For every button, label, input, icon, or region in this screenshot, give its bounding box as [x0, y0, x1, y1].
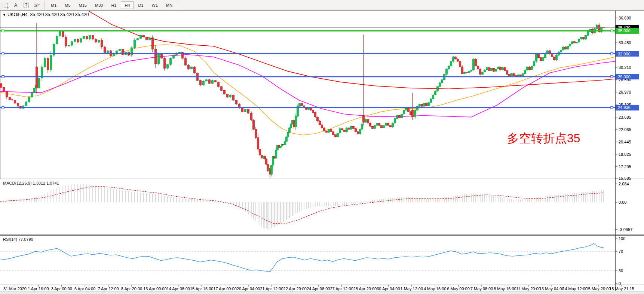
- timeframe-button-m1[interactable]: M1: [47, 1, 60, 9]
- rsi-tick-label: 70: [619, 249, 623, 254]
- line-drag-handle: [2, 106, 4, 109]
- toolbar: A T ⇲▾ M1M5M15M30H1H4D1W1MN: [0, 0, 644, 10]
- price-tick-label: 15.585: [619, 176, 631, 181]
- time-tick-label: 17 Apr 00:00: [213, 287, 236, 291]
- macd-tick-label: 2.084: [619, 182, 629, 186]
- price-tick-label: 20.445: [619, 140, 631, 144]
- rsi-indicator-label: RSI(14) 77.0790: [3, 237, 33, 242]
- timeframe-button-w1[interactable]: W1: [148, 1, 162, 9]
- price-tick-label: 33.450: [619, 40, 631, 45]
- price-tick-label: 22.065: [619, 127, 631, 132]
- line-drag-handle: [2, 76, 4, 78]
- time-tick-label: 11 May 20:00: [516, 287, 541, 291]
- symbol-quotes: 35.420 35.420 35.420 35.420: [30, 12, 89, 17]
- line-drag-handle: [2, 30, 4, 32]
- toolbar-separator: [179, 1, 179, 9]
- time-tick-label: 14 Apr 08:00: [167, 287, 190, 291]
- macd-tick-label: -3.0957: [619, 227, 632, 232]
- price-badge-label: 32.000: [618, 52, 631, 56]
- time-tick-label: 15 Apr 16:00: [190, 287, 213, 291]
- rsi-tick-label: 100: [619, 236, 625, 241]
- macd-indicator-label: MACD(12,26,9) 1.3812 1.0741: [3, 181, 59, 185]
- price-tick-label: 26.970: [619, 90, 631, 94]
- chart-grid-f-icon[interactable]: [0, 1, 10, 9]
- time-tick-label: 1 Apr 16:00: [28, 287, 49, 291]
- time-tick-label: 13 Apr 00:00: [143, 287, 166, 291]
- time-tick-label: 28 Apr 20:00: [353, 287, 377, 291]
- price-tick-label: 23.685: [619, 115, 631, 119]
- arrows-tool-icon[interactable]: ⇲▾: [32, 1, 42, 9]
- price-tick-label: 30.210: [619, 65, 631, 70]
- time-tick-label: 4 May 16:00: [424, 287, 447, 291]
- timeframe-button-m5[interactable]: M5: [61, 1, 74, 9]
- symbol-name: UKOil-,H4: [7, 12, 28, 17]
- time-tick-label: 6 May 00:00: [447, 287, 470, 291]
- time-tick-label: 20 Apr 04:00: [237, 287, 260, 291]
- collapse-triangle-icon[interactable]: ▼: [3, 13, 6, 17]
- time-tick-label: 8 May 16:00: [494, 287, 516, 291]
- candlestick-series: [0, 23, 605, 178]
- time-tick-label: 31 Mar 2020: [3, 287, 27, 291]
- time-tick-label: 24 Apr 08:00: [307, 287, 330, 291]
- time-tick-label: 1 May 12:00: [401, 287, 423, 291]
- line-drag-handle: [611, 53, 613, 55]
- rsi-tick-label: 0: [619, 281, 621, 286]
- timeframe-button-h1[interactable]: H1: [107, 1, 120, 9]
- time-tick-label: 7 Apr 12:00: [98, 287, 119, 291]
- bottom-scroll-strip: [0, 291, 644, 294]
- price-tick-label: 18.825: [619, 152, 631, 157]
- price-tick-label: 17.205: [619, 164, 631, 169]
- chevron-down-icon: ▾: [38, 3, 40, 7]
- time-tick-label: 7 May 08:00: [470, 287, 493, 291]
- timeframe-button-m15[interactable]: M15: [75, 1, 91, 9]
- timeframe-group: M1M5M15M30H1H4D1W1MN: [47, 1, 177, 9]
- time-tick-label: 30 Apr 04:00: [377, 287, 400, 291]
- time-tick-label: 27 Apr 12:00: [330, 287, 353, 291]
- time-tick-label: 21 Apr 12:00: [260, 287, 283, 291]
- time-tick-label: 15 May 20:00: [586, 287, 611, 291]
- line-drag-handle: [611, 76, 613, 78]
- time-tick-label: 13 May 04:00: [539, 287, 564, 291]
- rsi-tick-label: 30: [619, 269, 623, 273]
- timeframe-button-d1[interactable]: D1: [135, 1, 147, 9]
- price-tick-label: 36.690: [619, 16, 631, 20]
- timeframe-button-m30[interactable]: M30: [91, 1, 107, 9]
- time-tick-label: 22 Apr 20:00: [283, 287, 307, 291]
- line-drag-handle: [611, 106, 613, 109]
- timeframe-button-h4[interactable]: H4: [121, 1, 134, 9]
- chart-canvas[interactable]: 36.69033.45031.83030.21028.59026.97025.3…: [0, 0, 644, 294]
- time-tick-label: 6 Apr 04:00: [74, 287, 95, 291]
- timeframe-button-mn[interactable]: MN: [162, 1, 176, 9]
- line-drag-handle: [611, 30, 613, 32]
- symbol-header: ▼UKOil-,H4 35.420 35.420 35.420 35.420: [3, 12, 89, 17]
- chart-annotation-text: 多空转折点35: [507, 130, 580, 147]
- line-drag-handle: [2, 53, 4, 55]
- time-tick-label: 8 Apr 20:00: [121, 287, 142, 291]
- mt4-window: A T ⇲▾ M1M5M15M30H1H4D1W1MN ▼UKOil-,H4 3…: [0, 0, 644, 294]
- time-tick-label: 18 May 21:15: [609, 287, 634, 291]
- rsi-line: [0, 243, 604, 272]
- ma-orange-line: [0, 45, 615, 135]
- macd-tick-label: 0.00: [619, 200, 626, 204]
- toolbar-separator: [44, 1, 45, 9]
- price-badge-label: 24.936: [618, 105, 631, 110]
- time-tick-label: 14 May 12:00: [562, 287, 588, 291]
- text-box-icon[interactable]: T: [21, 1, 31, 9]
- price-badge-label: 35.000: [618, 28, 631, 33]
- time-tick-label: 3 Apr 00:00: [51, 287, 72, 291]
- price-badge-label: 29.000: [618, 75, 631, 79]
- text-annotation-icon[interactable]: A: [11, 1, 21, 9]
